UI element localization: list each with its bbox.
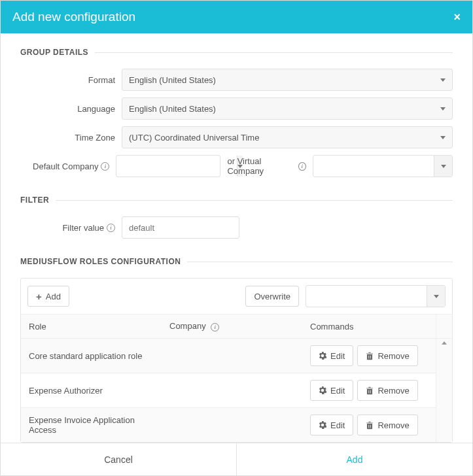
select-language[interactable]: English (United States) — [122, 97, 453, 120]
col-header-company[interactable]: Company i — [162, 314, 302, 339]
scrollbar-header — [436, 314, 453, 339]
info-icon[interactable]: i — [107, 224, 115, 232]
select-format[interactable]: English (United States) — [122, 69, 453, 91]
cell-company — [162, 408, 302, 443]
cell-commands: Edit Remove — [302, 339, 436, 373]
section-title-group-details: GROUP DETAILS — [20, 48, 453, 57]
chevron-down-icon — [434, 295, 439, 298]
chevron-down-icon — [440, 78, 446, 82]
overwrite-label: Overwrite — [254, 292, 290, 301]
select-language-value: English (United States) — [129, 104, 216, 114]
edit-button[interactable]: Edit — [310, 415, 353, 435]
modal-footer: Cancel Add — [1, 443, 472, 475]
cell-role: Expense Invoice Application Access — [21, 408, 162, 443]
cancel-button[interactable]: Cancel — [1, 443, 236, 475]
select-format-value: English (United States) — [129, 75, 216, 85]
select-timezone-value: (UTC) Coordinated Universal Time — [129, 133, 259, 143]
trash-icon — [366, 352, 374, 360]
combo-virtual-company-toggle[interactable] — [434, 156, 452, 177]
section-title-text: MEDIUSFLOW ROLES CONFIGURATION — [20, 257, 181, 266]
section-title-filter: FILTER — [20, 196, 453, 205]
section-title-roles: MEDIUSFLOW ROLES CONFIGURATION — [20, 257, 453, 266]
combo-virtual-company[interactable] — [313, 155, 453, 177]
cell-commands: Edit Remove — [302, 408, 436, 443]
input-overwrite-target[interactable] — [306, 286, 427, 307]
gear-icon — [319, 386, 326, 394]
info-icon[interactable]: i — [101, 162, 109, 171]
scrollbar[interactable] — [436, 339, 453, 443]
label-default-company: Default Company i — [20, 162, 116, 171]
modal-header: Add new configuration × — [1, 1, 472, 33]
edit-button[interactable]: Edit — [310, 345, 353, 366]
info-icon[interactable]: i — [298, 162, 306, 171]
add-button[interactable]: Add — [236, 443, 472, 475]
table-row: Expense Authorizer Edit Remove — [21, 373, 452, 408]
modal-body: GROUP DETAILS Format English (United Sta… — [1, 33, 472, 443]
cell-role: Expense Authorizer — [21, 373, 162, 408]
label-language: Language — [20, 104, 122, 114]
chevron-down-icon — [440, 107, 446, 110]
cell-role: Core standard application role — [21, 339, 162, 373]
combo-default-company[interactable] — [116, 155, 220, 177]
roles-box: Add Overwrite Role Company — [20, 278, 453, 443]
gear-icon — [319, 352, 326, 360]
roles-toolbar: Add Overwrite — [21, 279, 452, 314]
chevron-down-icon — [441, 165, 446, 168]
table-row: Expense Invoice Application Access Edit — [21, 408, 452, 443]
label-virtual-company: or Virtual Company i — [220, 156, 313, 176]
col-header-role[interactable]: Role — [21, 314, 162, 339]
combo-overwrite-toggle[interactable] — [427, 286, 445, 307]
remove-button[interactable]: Remove — [357, 345, 417, 366]
section-title-text: GROUP DETAILS — [20, 48, 88, 57]
label-filter-value: Filter value i — [20, 223, 122, 233]
cell-company — [162, 373, 302, 408]
row-timezone: Time Zone (UTC) Coordinated Universal Ti… — [20, 126, 453, 148]
select-timezone[interactable]: (UTC) Coordinated Universal Time — [122, 126, 453, 148]
label-timezone: Time Zone — [20, 133, 122, 143]
close-icon[interactable]: × — [453, 11, 461, 23]
input-filter-value[interactable] — [122, 216, 239, 239]
roles-table: Role Company i Commands Core standard ap… — [21, 314, 452, 442]
remove-button[interactable]: Remove — [357, 380, 417, 401]
input-default-company[interactable] — [116, 156, 237, 177]
section-title-text: FILTER — [20, 196, 49, 205]
edit-button[interactable]: Edit — [310, 380, 353, 401]
cell-company — [162, 339, 302, 373]
row-companies: Default Company i or Virtual Company i — [20, 155, 453, 177]
modal: Add new configuration × GROUP DETAILS Fo… — [0, 0, 473, 476]
col-header-commands[interactable]: Commands — [302, 314, 436, 339]
add-role-button[interactable]: Add — [27, 286, 69, 307]
remove-button[interactable]: Remove — [357, 415, 417, 435]
chevron-up-icon — [442, 341, 447, 345]
cell-commands: Edit Remove — [302, 373, 436, 408]
label-format: Format — [20, 75, 122, 85]
row-filter: Filter value i — [20, 216, 453, 239]
plus-icon — [36, 291, 42, 302]
trash-icon — [366, 421, 374, 430]
input-virtual-company[interactable] — [313, 156, 434, 177]
row-format: Format English (United States) — [20, 69, 453, 91]
chevron-down-icon — [440, 136, 446, 139]
trash-icon — [366, 386, 374, 395]
row-language: Language English (United States) — [20, 97, 453, 120]
combo-overwrite-target[interactable] — [306, 285, 446, 307]
table-row: Core standard application role Edit — [21, 339, 452, 373]
overwrite-button[interactable]: Overwrite — [245, 286, 299, 307]
gear-icon — [319, 421, 326, 429]
modal-title: Add new configuration — [12, 10, 135, 24]
info-icon[interactable]: i — [211, 323, 219, 332]
add-role-label: Add — [46, 292, 61, 301]
